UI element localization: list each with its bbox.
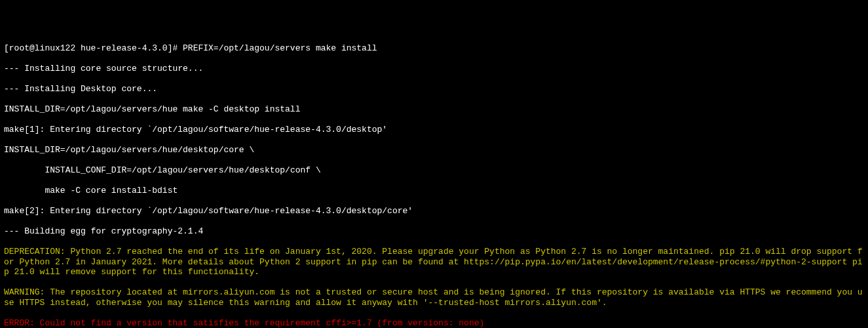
output-line: --- Building egg for cryptography-2.1.4 (4, 226, 864, 237)
output-line: make -C core install-bdist (4, 186, 864, 196)
output-line: --- Installing core source structure... (4, 64, 864, 74)
deprecation-warning: DEPRECATION: Python 2.7 reached the end … (4, 247, 864, 277)
shell-prompt: [root@linux122 hue-release-4.3.0]# (4, 43, 183, 53)
output-line: make[2]: Entering directory `/opt/lagou/… (4, 206, 864, 216)
output-line: INSTALL_DIR=/opt/lagou/servers/hue/deskt… (4, 145, 864, 155)
error-line: ERROR: Could not find a version that sat… (4, 318, 864, 329)
output-line: INSTALL_CONF_DIR=/opt/lagou/servers/hue/… (4, 165, 864, 176)
shell-command: PREFIX=/opt/lagou/servers make install (183, 43, 377, 53)
repository-warning: WARNING: The repository located at mirro… (4, 287, 864, 308)
prompt-line[interactable]: [root@linux122 hue-release-4.3.0]# PREFI… (4, 43, 864, 54)
output-line: make[1]: Entering directory `/opt/lagou/… (4, 125, 864, 135)
output-line: --- Installing Desktop core... (4, 84, 864, 94)
output-line: INSTALL_DIR=/opt/lagou/servers/hue make … (4, 104, 864, 115)
